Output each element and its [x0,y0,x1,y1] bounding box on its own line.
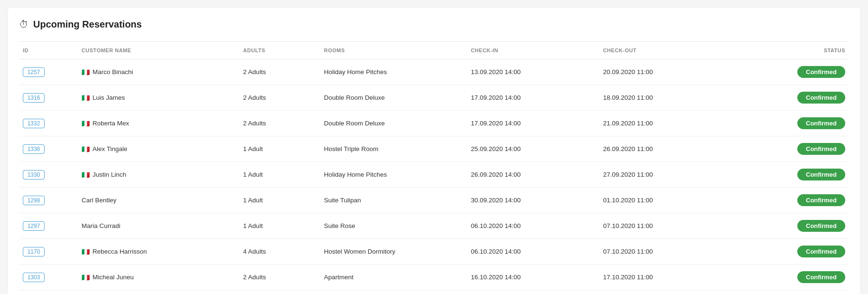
table-row[interactable]: 1336🇮🇹Alex Tingale1 AdultHostel Triple R… [19,136,849,162]
cell-name: 🇮🇹Alex Tingale [78,136,240,162]
customer-name-text: Justin Linch [92,171,126,178]
cell-room: Holiday Home Pitches [320,162,467,188]
id-badge[interactable]: 1332 [23,119,45,128]
customer-name-text: Roberta Mex [92,120,129,127]
table-body: 1257🇮🇹Marco Binachi2 AdultsHoliday Home … [19,59,849,294]
status-badge[interactable]: Confirmed [797,169,845,180]
cell-status: Confirmed [731,111,849,136]
cell-status: Confirmed [731,213,849,239]
cell-id: 1331 [19,290,78,294]
cell-checkout: 26.09.2020 11:00 [599,136,731,162]
status-badge[interactable]: Confirmed [797,194,845,206]
customer-name-text: Luis James [92,94,125,101]
cell-room: Apartment [320,265,467,290]
cell-name: 🇮🇹Rebecca Harrisson [78,239,240,265]
flag-icon: 🇮🇹 [82,120,90,127]
cell-id: 1170 [19,239,78,265]
cell-status: Confirmed [731,59,849,85]
flag-icon: 🇮🇹 [82,68,90,76]
cell-room: Double Room Deluxe [320,111,467,136]
clock-icon: ⏱ [19,19,28,30]
cell-name: 🇮🇹Marco Binachi [78,59,240,85]
cell-room: Hostel Women Dormitory [320,239,467,265]
customer-name-text: Marco Binachi [92,68,133,76]
cell-id: 1297 [19,213,78,239]
cell-name: 🇮🇹Bob Ron [78,290,240,294]
status-badge[interactable]: Confirmed [797,271,845,283]
panel-header: ⏱ Upcoming Reservations [19,19,849,30]
cell-checkout: 20.09.2020 11:00 [599,59,731,85]
page-title: Upcoming Reservations [33,19,142,30]
cell-checkout: 07.10.2020 11:00 [599,239,731,265]
cell-checkin: 16.10.2020 14:00 [467,265,600,290]
cell-status: Confirmed [731,239,849,265]
cell-adults: 4 Adults [240,239,320,265]
cell-status: Confirmed [731,290,849,294]
status-badge[interactable]: Confirmed [797,143,845,155]
id-badge[interactable]: 1316 [23,93,45,103]
cell-name: 🇮🇹Micheal Juneu [78,265,240,290]
cell-checkin: 30.09.2020 14:00 [467,188,600,213]
table-row[interactable]: 1297Maria Curradi1 AdultSuite Rose06.10.… [19,213,849,239]
table-row[interactable]: 1257🇮🇹Marco Binachi2 AdultsHoliday Home … [19,59,849,85]
cell-checkout: 21.09.2020 11:00 [599,111,731,136]
status-badge[interactable]: Confirmed [797,117,845,129]
id-badge[interactable]: 1297 [23,221,45,231]
flag-icon: 🇮🇹 [82,171,90,179]
flag-icon: 🇮🇹 [82,94,90,102]
table-row[interactable]: 1303🇮🇹Micheal Juneu2 AdultsApartment16.1… [19,265,849,290]
table-row[interactable]: 1170🇮🇹Rebecca Harrisson4 AdultsHostel Wo… [19,239,849,265]
table-row[interactable]: 1331🇮🇹Bob Ron2 AdultsDouble Room Deluxe1… [19,290,849,294]
customer-name-text: Alex Tingale [92,145,128,152]
col-header-status: STATUS [731,42,849,59]
id-badge[interactable]: 1170 [23,247,45,256]
table-row[interactable]: 1330🇮🇹Justin Linch1 AdultHoliday Home Pi… [19,162,849,188]
customer-name-text: Maria Curradi [82,222,120,229]
cell-id: 1257 [19,59,78,85]
customer-name-text: Micheal Juneu [92,274,134,281]
cell-checkin: 06.10.2020 14:00 [467,239,600,265]
status-badge[interactable]: Confirmed [797,66,845,78]
table-row[interactable]: 1298Carl Bentley1 AdultSuite Tulipan30.0… [19,188,849,213]
header-row: ID CUSTOMER NAME ADULTS ROOMS CHECK-IN C… [19,42,849,59]
cell-room: Double Room Deluxe [320,290,467,294]
cell-id: 1303 [19,265,78,290]
cell-id: 1330 [19,162,78,188]
cell-checkin: 13.09.2020 14:00 [467,59,600,85]
table-row[interactable]: 1332🇮🇹Roberta Mex2 AdultsDouble Room Del… [19,111,849,136]
cell-room: Suite Tulipan [320,188,467,213]
table-row[interactable]: 1316🇮🇹Luis James2 AdultsDouble Room Delu… [19,85,849,111]
cell-status: Confirmed [731,85,849,111]
col-header-checkout: CHECK-OUT [599,42,731,59]
cell-checkout: 27.09.2020 11:00 [599,162,731,188]
table-header: ID CUSTOMER NAME ADULTS ROOMS CHECK-IN C… [19,42,849,59]
col-header-id: ID [19,42,78,59]
cell-room: Double Room Deluxe [320,85,467,111]
reservations-table: ID CUSTOMER NAME ADULTS ROOMS CHECK-IN C… [19,42,849,294]
cell-adults: 2 Adults [240,85,320,111]
col-header-rooms: ROOMS [320,42,467,59]
col-header-checkin: CHECK-IN [467,42,600,59]
status-badge[interactable]: Confirmed [797,246,845,257]
cell-adults: 1 Adult [240,162,320,188]
cell-adults: 1 Adult [240,136,320,162]
id-badge[interactable]: 1298 [23,196,45,205]
id-badge[interactable]: 1303 [23,273,45,282]
cell-checkout: 07.10.2020 11:00 [599,213,731,239]
id-badge[interactable]: 1336 [23,144,45,154]
cell-checkin: 17.10.2020 14:00 [467,290,600,294]
flag-icon: 🇮🇹 [82,248,90,256]
id-badge[interactable]: 1330 [23,170,45,180]
cell-room: Suite Rose [320,213,467,239]
col-header-name: CUSTOMER NAME [78,42,240,59]
status-badge[interactable]: Confirmed [797,92,845,104]
customer-name-text: Rebecca Harrisson [92,248,147,255]
status-badge[interactable]: Confirmed [797,220,845,232]
cell-checkin: 26.09.2020 14:00 [467,162,600,188]
cell-adults: 2 Adults [240,111,320,136]
cell-status: Confirmed [731,188,849,213]
cell-status: Confirmed [731,265,849,290]
cell-adults: 1 Adult [240,188,320,213]
cell-checkin: 06.10.2020 14:00 [467,213,600,239]
id-badge[interactable]: 1257 [23,67,45,77]
